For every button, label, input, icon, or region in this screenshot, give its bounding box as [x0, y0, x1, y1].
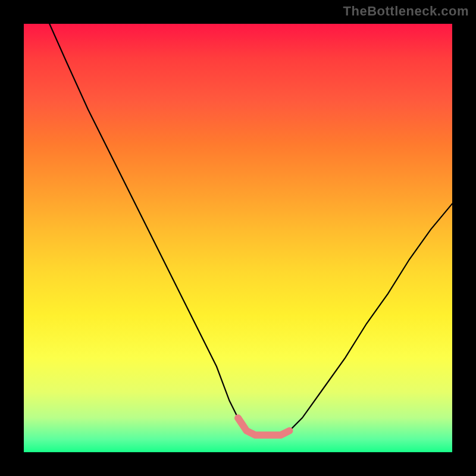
plot-area — [24, 24, 452, 452]
watermark-text: TheBottleneck.com — [343, 4, 469, 19]
sweet-spot-marker — [238, 418, 289, 435]
chart-frame: TheBottleneck.com — [0, 0, 476, 476]
plot-svg — [24, 24, 452, 452]
bottleneck-curve — [49, 24, 452, 435]
